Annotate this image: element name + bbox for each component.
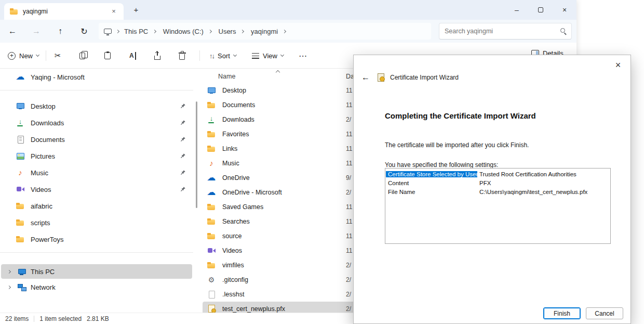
file-row[interactable]: Downloads 2/ xyxy=(203,112,358,127)
sort-ascending-icon xyxy=(276,70,280,74)
file-row[interactable]: OneDrive 9/ xyxy=(203,171,358,185)
new-button-label: New xyxy=(19,52,33,60)
file-row[interactable]: Desktop 11 xyxy=(203,83,358,98)
file-row[interactable]: Documents 11 xyxy=(203,98,358,112)
settings-row[interactable]: Content PFX xyxy=(386,178,610,187)
new-button[interactable]: + New xyxy=(3,47,44,64)
chevron-expand-icon[interactable] xyxy=(7,269,11,273)
column-headers: Name Da xyxy=(203,70,358,83)
file-icon xyxy=(207,247,216,255)
file-date: 2/ xyxy=(346,276,351,283)
sidebar-item-label: Pictures xyxy=(31,152,55,160)
sidebar-item[interactable]: Videos xyxy=(1,181,192,198)
sidebar-item[interactable]: scripts xyxy=(1,214,192,231)
settings-row[interactable]: File Name C:\Users\yaqingmi\test_cert_ne… xyxy=(386,187,610,196)
chevron-down-icon xyxy=(280,53,284,57)
dialog-title: Certificate Import Wizard xyxy=(390,74,459,81)
file-row[interactable]: Videos 11 xyxy=(203,243,358,258)
sidebar-item[interactable]: Downloads xyxy=(1,114,192,131)
copy-button[interactable] xyxy=(75,47,90,64)
breadcrumb-item[interactable]: This PC xyxy=(122,28,151,35)
explorer-tab[interactable]: yaqingmi × xyxy=(4,3,124,20)
more-options-button[interactable]: ⋯ xyxy=(294,47,312,64)
sort-button[interactable]: ↑↓ Sort xyxy=(205,47,241,64)
sidebar-item[interactable]: PowerToys xyxy=(1,231,192,248)
breadcrumb-item[interactable]: Windows (C:) xyxy=(160,28,206,35)
file-row[interactable]: Links 11 xyxy=(203,141,358,156)
file-row[interactable]: Favorites 11 xyxy=(203,127,358,141)
cut-icon: ✂ xyxy=(55,51,61,60)
selection-size: 2.81 KB xyxy=(87,315,109,322)
sidebar-item-onedrive[interactable]: Yaqing - Microsoft xyxy=(1,69,192,85)
tree-item[interactable]: Network xyxy=(1,280,192,294)
file-icon xyxy=(207,159,216,167)
dialog-back-button[interactable]: ← xyxy=(360,73,371,82)
file-date: 11 xyxy=(346,101,352,109)
file-row[interactable]: .gitconfig 2/ xyxy=(203,273,358,287)
file-date: 11 xyxy=(346,218,352,225)
dialog-close-button[interactable]: × xyxy=(611,58,625,73)
search-input[interactable] xyxy=(439,23,551,39)
tree-item[interactable]: This PC xyxy=(1,264,192,279)
chevron-expand-icon[interactable] xyxy=(7,285,11,289)
file-name: Favorites xyxy=(222,131,332,138)
file-name: Documents xyxy=(222,101,332,109)
close-button[interactable]: × xyxy=(553,0,576,20)
file-icon xyxy=(207,261,216,269)
forward-button[interactable]: → xyxy=(28,23,45,40)
breadcrumb-item[interactable]: yaqingmi xyxy=(248,28,280,35)
view-icon xyxy=(252,53,259,59)
sidebar-divider xyxy=(0,252,193,253)
status-divider xyxy=(34,316,34,322)
sidebar-item[interactable]: Desktop xyxy=(1,98,192,114)
sidebar-item[interactable]: aifabric xyxy=(1,198,192,214)
file-icon xyxy=(207,115,216,124)
chevron-right-icon xyxy=(208,29,212,33)
refresh-button[interactable]: ↻ xyxy=(76,23,92,40)
file-row[interactable]: vimfiles 2/ xyxy=(203,258,358,273)
sidebar-item[interactable]: Music xyxy=(1,164,192,181)
file-row[interactable]: Saved Games 11 xyxy=(203,200,358,214)
sidebar-item[interactable]: Pictures xyxy=(1,148,192,164)
minimize-button[interactable]: – xyxy=(505,0,529,20)
rename-button[interactable] xyxy=(125,47,141,64)
file-row[interactable]: Music 11 xyxy=(203,156,358,171)
file-date: 11 xyxy=(346,160,352,167)
setting-value: PFX xyxy=(477,180,493,186)
chevron-right-icon xyxy=(153,29,156,33)
chevron-right-icon xyxy=(116,29,119,33)
tab-close-icon[interactable]: × xyxy=(109,7,118,16)
file-icon xyxy=(207,130,216,138)
back-button[interactable]: ← xyxy=(4,23,21,40)
file-date: 2/ xyxy=(346,305,351,313)
view-button-label: View xyxy=(263,52,277,60)
sidebar-item-icon xyxy=(16,235,25,243)
view-button[interactable]: View xyxy=(247,47,288,64)
up-button[interactable]: ↑ xyxy=(52,23,69,40)
breadcrumb-segment: Users xyxy=(216,28,247,35)
new-tab-button[interactable]: + xyxy=(131,5,141,15)
column-header-name[interactable]: Name xyxy=(203,73,235,80)
delete-button[interactable] xyxy=(175,47,190,64)
breadcrumb-item[interactable]: Users xyxy=(216,28,239,35)
setting-key: File Name xyxy=(386,189,477,195)
sidebar-scrollbar[interactable] xyxy=(196,101,197,208)
file-row[interactable]: source 11 xyxy=(203,229,358,243)
cancel-button[interactable]: Cancel xyxy=(586,307,623,319)
setting-key: Certificate Store Selected by User xyxy=(386,171,477,177)
pin-icon xyxy=(180,120,186,126)
settings-row[interactable]: Certificate Store Selected by User Trust… xyxy=(386,170,610,178)
rename-icon xyxy=(129,53,136,59)
file-row[interactable]: OneDrive - Microsoft 2/ xyxy=(203,185,358,200)
sidebar-item[interactable]: Documents xyxy=(1,131,192,148)
finish-button[interactable]: Finish xyxy=(543,307,581,319)
file-row[interactable]: Searches 11 xyxy=(203,214,358,229)
sidebar-item-icon xyxy=(16,202,25,210)
sidebar-item-icon xyxy=(16,218,25,227)
maximize-button[interactable] xyxy=(529,0,553,20)
cut-button[interactable]: ✂ xyxy=(50,47,66,64)
file-icon xyxy=(207,86,216,95)
share-button[interactable] xyxy=(150,47,165,64)
paste-button[interactable] xyxy=(100,47,115,64)
file-row[interactable]: .lesshst 2/ xyxy=(203,287,358,302)
